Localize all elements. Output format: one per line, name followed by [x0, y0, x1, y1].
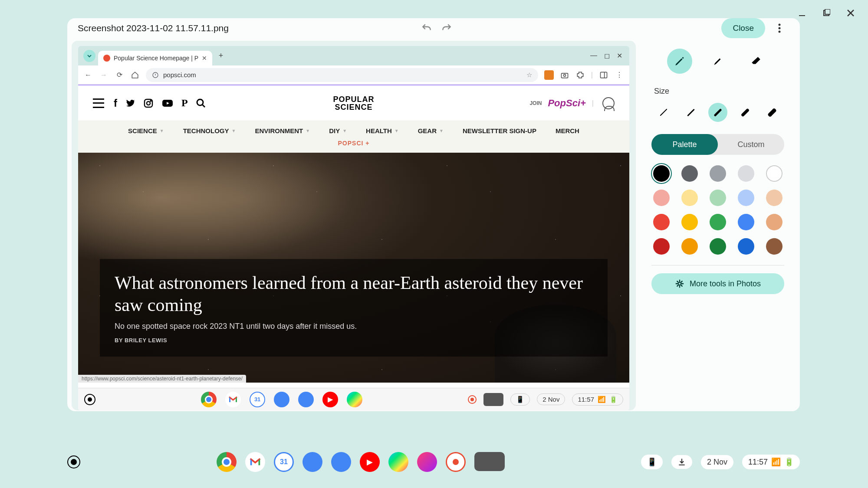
size-option-3[interactable]: [708, 103, 727, 122]
color-swatch[interactable]: [681, 165, 698, 182]
search-icon[interactable]: [196, 98, 206, 108]
youtube-app-icon[interactable]: ▶: [322, 392, 338, 407]
shelf-date[interactable]: 2 Nov: [707, 458, 727, 467]
address-bar[interactable]: popsci.com ☆: [146, 68, 538, 82]
launcher-button[interactable]: [67, 455, 80, 468]
site-logo[interactable]: POPULAR SCIENCE: [333, 95, 374, 111]
account-icon[interactable]: [602, 97, 615, 109]
color-swatch[interactable]: [653, 214, 670, 230]
editor-close-button[interactable]: Close: [721, 18, 765, 38]
highlighter-tool-button[interactable]: [705, 49, 730, 74]
bookmark-star-icon[interactable]: ☆: [526, 71, 532, 79]
messages-app-icon[interactable]: [298, 392, 314, 407]
color-swatch[interactable]: [710, 165, 726, 182]
color-swatch[interactable]: [710, 214, 726, 230]
calendar-app-icon[interactable]: 31: [250, 392, 265, 407]
more-tools-button[interactable]: More tools in Photos: [651, 273, 784, 294]
screen-capture-icon[interactable]: [446, 452, 466, 472]
custom-tab[interactable]: Custom: [718, 134, 784, 155]
tote-preview[interactable]: [474, 452, 505, 471]
nav-forward-button[interactable]: →: [99, 70, 108, 80]
instagram-icon[interactable]: [143, 98, 154, 108]
nav-science[interactable]: SCIENCE▼: [128, 127, 164, 134]
tote-preview[interactable]: [483, 393, 503, 406]
eraser-tool-button[interactable]: [743, 49, 769, 74]
screenshot-canvas[interactable]: Popular Science Homepage | P ✕ + — ◻ ✕ ←…: [78, 46, 629, 410]
color-swatch[interactable]: [653, 238, 670, 255]
shelf-time[interactable]: 11:57: [578, 396, 594, 403]
nav-merch[interactable]: MERCH: [556, 127, 579, 134]
window-close-button[interactable]: [845, 8, 856, 18]
popsci-plus-link[interactable]: PopSci+: [548, 98, 585, 109]
extensions-puzzle-icon[interactable]: [575, 70, 585, 80]
twitter-icon[interactable]: [125, 98, 135, 108]
camera-icon[interactable]: [560, 70, 569, 80]
nav-popsci-plus[interactable]: POPSCI +: [338, 140, 370, 147]
launcher-button[interactable]: [84, 394, 95, 405]
browser-minimize-icon[interactable]: —: [590, 52, 597, 60]
color-swatch[interactable]: [738, 214, 754, 230]
color-swatch[interactable]: [710, 190, 726, 206]
color-swatch[interactable]: [681, 214, 698, 230]
pen-tool-button[interactable]: [667, 49, 692, 74]
palette-tab[interactable]: Palette: [651, 134, 718, 155]
play-store-app-icon[interactable]: [388, 452, 408, 472]
youtube-app-icon[interactable]: ▶: [360, 452, 380, 472]
color-swatch[interactable]: [766, 238, 783, 255]
color-swatch[interactable]: [738, 190, 754, 206]
color-swatch[interactable]: [766, 190, 783, 206]
pinterest-icon[interactable]: P: [181, 97, 188, 109]
play-store-app-icon[interactable]: [347, 392, 362, 407]
home-button[interactable]: [130, 70, 140, 80]
color-swatch[interactable]: [681, 238, 698, 255]
facebook-icon[interactable]: f: [114, 97, 117, 109]
nav-diy[interactable]: DIY▼: [329, 127, 347, 134]
color-swatch[interactable]: [710, 238, 726, 255]
nav-back-button[interactable]: ←: [83, 70, 93, 80]
gallery-app-icon[interactable]: [417, 452, 437, 472]
gmail-app-icon[interactable]: [225, 392, 241, 407]
browser-menu-button[interactable]: ⋮: [615, 70, 624, 80]
nav-technology[interactable]: TECHNOLOGY▼: [183, 127, 236, 134]
hero-article[interactable]: What astronomers learned from a near-Ear…: [78, 153, 629, 383]
phone-hub-icon[interactable]: 📱: [516, 396, 524, 403]
reload-button[interactable]: ⟳: [115, 70, 124, 80]
size-option-5[interactable]: [763, 103, 782, 122]
editor-menu-button[interactable]: [769, 18, 789, 38]
window-maximize-button[interactable]: [821, 8, 832, 18]
chrome-app-icon[interactable]: [201, 392, 217, 407]
downloads-icon[interactable]: [677, 458, 686, 466]
window-minimize-button[interactable]: [797, 8, 807, 18]
color-swatch[interactable]: [766, 165, 783, 182]
nav-environment[interactable]: ENVIRONMENT▼: [255, 127, 310, 134]
files-app-icon[interactable]: [274, 392, 289, 407]
tab-search-button[interactable]: [83, 50, 95, 62]
extension-icon[interactable]: [544, 70, 554, 80]
shelf-time[interactable]: 11:57: [748, 458, 768, 467]
browser-tab[interactable]: Popular Science Homepage | P ✕: [98, 51, 212, 66]
phone-hub-icon[interactable]: 📱: [647, 457, 657, 467]
color-swatch[interactable]: [653, 165, 670, 182]
color-swatch[interactable]: [681, 190, 698, 206]
side-panel-icon[interactable]: [599, 70, 608, 80]
nav-newsletter[interactable]: NEWSLETTER SIGN-UP: [463, 127, 536, 134]
screen-record-icon[interactable]: [468, 395, 477, 404]
size-option-2[interactable]: [681, 103, 700, 122]
browser-maximize-icon[interactable]: ◻: [604, 52, 610, 60]
messages-app-icon[interactable]: [331, 452, 351, 472]
color-swatch[interactable]: [766, 214, 783, 230]
chrome-app-icon[interactable]: [217, 452, 237, 472]
new-tab-button[interactable]: +: [215, 50, 227, 62]
color-swatch[interactable]: [738, 165, 754, 182]
gmail-app-icon[interactable]: [245, 452, 265, 472]
size-option-4[interactable]: [736, 103, 755, 122]
calendar-app-icon[interactable]: 31: [274, 452, 294, 472]
nav-health[interactable]: HEALTH▼: [366, 127, 399, 134]
youtube-icon[interactable]: [161, 98, 174, 108]
shelf-date[interactable]: 2 Nov: [542, 396, 559, 403]
color-swatch[interactable]: [653, 190, 670, 206]
undo-button[interactable]: [417, 18, 437, 38]
redo-button[interactable]: [437, 18, 457, 38]
size-option-1[interactable]: [654, 103, 673, 122]
browser-close-icon[interactable]: ✕: [617, 52, 622, 60]
